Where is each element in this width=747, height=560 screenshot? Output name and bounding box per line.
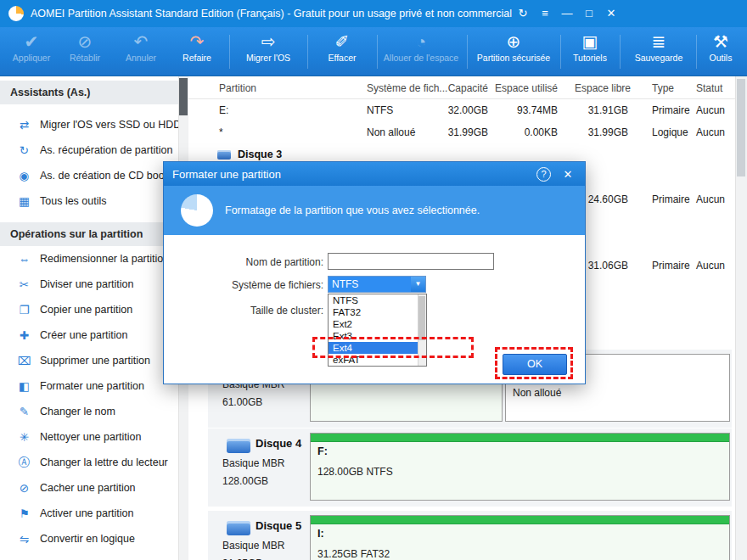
sidebar-item-delete-partition[interactable]: ⌧ Supprimer une partition	[0, 348, 178, 373]
app-window: AOMEI Partition Assistant Standard Editi…	[0, 0, 747, 560]
disk-bus: Basique MBR	[222, 457, 284, 469]
sidebar-item-split-partition[interactable]: ✂ Diviser une partition	[0, 272, 178, 297]
sidebar-item-change-label[interactable]: ✎ Changer le nom	[0, 399, 178, 424]
undo-button[interactable]: ↶ Annuler	[114, 31, 168, 72]
list-scrollbar-thumb[interactable]	[418, 296, 425, 340]
sidebar-item-copy-partition[interactable]: ❐ Copier une partition	[0, 297, 178, 322]
tutorials-button[interactable]: ▣ Tutoriels	[564, 31, 616, 72]
close-button[interactable]: ✕	[600, 0, 622, 27]
migrate-icon: ⇄	[17, 118, 31, 132]
toolbar-separator	[307, 35, 308, 69]
backup-button[interactable]: ≣ Sauvegarde	[625, 31, 693, 72]
option-ext4[interactable]: Ext4	[329, 342, 426, 354]
disk-block-4: Disque 4 Basique MBR 128.00GB F: 128.00G…	[208, 428, 732, 507]
convert-icon: ⇋	[17, 532, 31, 546]
main-scrollbar-thumb[interactable]	[737, 79, 745, 176]
sidebar-section-partition-ops: Opérations sur la partition	[0, 222, 178, 246]
maximize-button[interactable]: □	[578, 0, 600, 27]
sidebar-item-hide-partition[interactable]: ⊘ Cacher une partition	[0, 475, 178, 501]
discard-button[interactable]: ⊘ Rétablir	[58, 31, 112, 72]
tools-button[interactable]: ⚒ Outils	[699, 31, 742, 72]
sidebar-item-wipe-partition[interactable]: ✳ Nettoyer une partition	[0, 424, 178, 450]
migrate-os-icon: ⇨	[234, 31, 302, 53]
chevron-down-icon[interactable]: ▼	[411, 277, 425, 292]
toolbar-separator	[620, 35, 621, 69]
column-filesystem[interactable]: Système de fich...	[367, 78, 447, 99]
scissors-icon: ✂	[17, 277, 31, 291]
secure-partition-button[interactable]: ⊕ Partition sécurisée	[470, 31, 557, 72]
list-scrollbar-track[interactable]	[418, 294, 426, 366]
partition-name-label: Nom de partition:	[213, 256, 323, 268]
option-exfat[interactable]: exFAT	[329, 354, 426, 366]
disk-icon	[217, 150, 231, 160]
dialog-close-icon[interactable]: ✕	[559, 168, 576, 181]
dialog-title-bar: Formater une partition ? ✕	[164, 162, 585, 186]
sidebar-item-all-tools[interactable]: ▦ Tous les outils	[0, 188, 178, 214]
toolbar-separator	[560, 35, 561, 69]
column-type[interactable]: Type	[652, 78, 674, 99]
dialog-description: Formatage de la partition que vous avez …	[225, 204, 480, 216]
sidebar-item-change-drive-letter[interactable]: Ⓐ Changer la lettre du lecteur	[0, 450, 178, 475]
column-status[interactable]: Statut	[696, 78, 722, 99]
drive-letter-icon: Ⓐ	[17, 455, 31, 470]
partition-box-i[interactable]: I: 31.25GB FAT32	[310, 515, 730, 560]
apply-button[interactable]: ✔ Appliquer	[5, 31, 58, 72]
toolbar-separator	[696, 35, 697, 69]
column-free-space[interactable]: Espace libre	[575, 78, 628, 99]
refresh-icon[interactable]: ↻	[512, 0, 534, 27]
flag-icon: ⚑	[17, 507, 31, 520]
cluster-size-label: Taille de cluster:	[213, 305, 323, 316]
ok-button[interactable]: OK	[503, 354, 567, 375]
filesystem-options-list: NTFS FAT32 Ext2 Ext3 Ext4 exFAT	[328, 294, 427, 367]
redo-button[interactable]: ↷ Refaire	[170, 31, 224, 72]
toolbar-separator	[377, 35, 378, 69]
sidebar: Assistants (As.) ⇄ Migrer l'OS vers SSD …	[0, 76, 178, 560]
migrate-os-button[interactable]: ⇨ Migrer l'OS	[234, 31, 302, 72]
table-row[interactable]: E: NTFS 32.00GB 93.74MB 31.91GB Primaire…	[188, 99, 735, 121]
sidebar-item-resize-partition[interactable]: ⇔ Redimensionner la partition	[0, 246, 178, 272]
redo-arrow-icon: ↷	[170, 31, 224, 53]
table-row[interactable]: * Non alloué 31.99GB 0.00KB 31.99GB Logi…	[188, 121, 735, 143]
option-fat32[interactable]: FAT32	[329, 306, 426, 318]
disk-size: 128.00GB	[222, 475, 268, 487]
partition-box-f[interactable]: F: 128.00GB NTFS	[310, 433, 730, 501]
sidebar-item-bootable-cd[interactable]: ◉ As. de création de CD bootb.	[0, 163, 178, 188]
sidebar-item-create-partition[interactable]: ✚ Créer une partition	[0, 322, 178, 348]
disk-bus: Basique MBR	[222, 540, 284, 552]
sidebar-item-partition-recovery[interactable]: ↻ As. récupération de partition	[0, 137, 178, 163]
sidebar-item-convert-logical[interactable]: ⇋ Convertir en logique	[0, 526, 178, 552]
tools-hammer-icon: ⚒	[699, 31, 742, 53]
title-bar: AOMEI Partition Assistant Standard Editi…	[0, 0, 747, 27]
column-capacity[interactable]: Capacité	[437, 78, 488, 99]
option-ntfs[interactable]: NTFS	[329, 294, 426, 306]
sidebar-scrollbar-thumb[interactable]	[179, 78, 188, 115]
menu-icon[interactable]: ≡	[534, 0, 556, 27]
filesystem-label: Système de fichiers:	[213, 279, 323, 291]
help-icon[interactable]: ?	[536, 167, 551, 182]
dialog-title: Formater une partition	[172, 168, 281, 181]
partition-name-input[interactable]	[328, 253, 494, 270]
toolbar-separator	[229, 35, 230, 69]
clean-icon: ✳	[17, 430, 31, 444]
hide-icon: ⊘	[17, 481, 31, 495]
delete-icon: ⌧	[17, 354, 31, 367]
wipe-button[interactable]: ✐ Effacer	[312, 31, 372, 72]
allocate-space-button[interactable]: ◔ Allouer de l'espace	[380, 31, 462, 72]
column-used-space[interactable]: Espace utilisé	[490, 78, 558, 99]
sidebar-item-migrate-os[interactable]: ⇄ Migrer l'OS vers SSD ou HDD	[0, 112, 178, 137]
tutorials-icon: ▣	[564, 31, 616, 53]
sidebar-item-set-active[interactable]: ⚑ Activer une partition	[0, 501, 178, 526]
disk-icon	[227, 439, 250, 453]
shield-icon: ⊕	[470, 31, 557, 53]
column-partition[interactable]: Partition	[219, 78, 256, 99]
filesystem-dropdown[interactable]: NTFS ▼	[328, 276, 426, 293]
partition-usage-bar	[311, 434, 729, 442]
sidebar-item-format-partition[interactable]: ◧ Formater une partition	[0, 373, 178, 399]
option-ext2[interactable]: Ext2	[329, 318, 426, 330]
disk-name: Disque 5	[256, 519, 301, 532]
minimize-button[interactable]: —	[556, 0, 578, 27]
disk-icon	[227, 521, 250, 535]
option-ext3[interactable]: Ext3	[329, 330, 426, 342]
sidebar-section-wizards: Assistants (As.)	[0, 81, 178, 104]
window-title: AOMEI Partition Assistant Standard Editi…	[31, 8, 512, 20]
